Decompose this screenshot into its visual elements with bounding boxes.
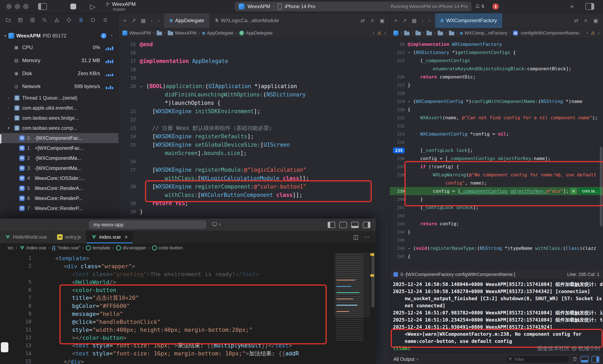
command-center[interactable]: my-weex-app xyxy=(89,221,206,229)
notifications-badge[interactable]: 5 xyxy=(475,0,484,13)
filter-input[interactable] xyxy=(507,356,569,363)
chevron-right-icon[interactable]: › xyxy=(8,116,12,121)
code-line[interactable]: 30} xyxy=(119,208,390,216)
stack-frame-row[interactable]: 4WeexCore::IOSSide::... xyxy=(0,173,118,183)
code-line[interactable]: 2<div class="wrapper"> xyxy=(0,262,334,270)
line-number[interactable]: 1 xyxy=(0,255,38,261)
stack-frame-row[interactable]: 7WeexCore::RenderP... xyxy=(0,203,118,213)
traffic-light-minimize-button[interactable] xyxy=(15,4,20,9)
toggle-secondary-sidebar-icon[interactable] xyxy=(363,222,370,228)
line-number[interactable]: 16 xyxy=(119,50,140,55)
breadcrumb-item[interactable]: div.wrapper xyxy=(116,245,146,251)
minimap-viewport[interactable] xyxy=(334,253,370,317)
code-line[interactable]: 1<template> xyxy=(0,254,334,262)
code-line[interactable]: withClass:[WXColorButtonComponent class]… xyxy=(119,191,390,199)
line-number[interactable]: 30 xyxy=(119,209,140,214)
line-number[interactable]: 15 xyxy=(119,42,140,47)
code-line[interactable]: 9message="hello" xyxy=(0,310,334,318)
breadcrumb-item[interactable]: color-button xyxy=(152,245,183,251)
breadcrumb-item[interactable] xyxy=(415,31,421,35)
breadcrumb-item[interactable]: index.vue xyxy=(20,245,46,251)
code-line[interactable]: 11style="width:400px; height:40px; margi… xyxy=(0,326,334,334)
stack-frame-row[interactable]: 6WeexCore::RenderP... xyxy=(0,193,118,203)
navigator-tab-grid[interactable] xyxy=(30,17,35,24)
line-number[interactable]: 5 xyxy=(0,279,38,285)
window-drag-handle[interactable] xyxy=(0,134,1,143)
close-split-icon[interactable]: × xyxy=(394,18,397,24)
code-line[interactable]: 243return config; xyxy=(390,220,603,228)
code-line[interactable]: 12></color-button> xyxy=(0,334,334,342)
clear-console-button[interactable] xyxy=(572,356,578,363)
adjust-editor-icon[interactable]: ≡ xyxy=(371,18,374,24)
code-line[interactable]: didFinishLaunchingWithOptions:(NSDiction… xyxy=(119,90,390,99)
swap-editor-icon[interactable]: ⇄ xyxy=(360,18,365,24)
next-issue-icon[interactable]: › xyxy=(384,30,386,36)
vscode-code-editor[interactable]: 1<template>2<div class="wrapper"><text c… xyxy=(0,253,334,364)
code-line[interactable]: 26 xyxy=(119,157,390,166)
line-number[interactable]: 246 xyxy=(390,246,408,251)
line-number[interactable]: 20 xyxy=(119,84,140,89)
forward-icon[interactable]: › xyxy=(429,17,430,24)
run-button[interactable]: ▷ xyxy=(90,0,95,13)
line-number[interactable]: 237 xyxy=(390,164,408,169)
editor-tab-wxcomponentfactory[interactable]: mWXComponentFactory xyxy=(435,13,502,28)
code-line[interactable]: 231WXAssert(name, @"Can not find config … xyxy=(390,114,603,122)
line-number[interactable]: 21 xyxy=(119,109,140,114)
line-number[interactable]: 27 xyxy=(119,167,140,173)
thread-row[interactable]: ▾com.taobao.weex.comp... xyxy=(0,123,118,133)
navigator-tab-issues[interactable] xyxy=(54,17,59,24)
code-line[interactable]: 27[WXSDKEngine registerModule:@"logicCal… xyxy=(119,166,390,174)
add-editor-button[interactable]: + xyxy=(570,0,574,13)
line-number[interactable]: 25 xyxy=(119,142,140,147)
gauge-row-cpu[interactable]: ▣CPU0% xyxy=(0,41,118,54)
toggle-panel-icon[interactable] xyxy=(351,222,359,228)
output-scope-selector[interactable]: All Output ∨ xyxy=(394,356,419,362)
code-line[interactable]: *)launchOptions { xyxy=(119,99,390,107)
line-number[interactable]: 59 xyxy=(390,42,408,47)
prev-issue-icon[interactable]: ‹ xyxy=(586,30,588,36)
toggle-navigator-button[interactable] xyxy=(38,0,47,13)
customize-layout-icon[interactable] xyxy=(339,222,347,228)
debug-console[interactable]: 2025-12-24 16:50:58.148046+0800 WeexAPM[… xyxy=(390,279,603,354)
code-line[interactable]: 239config = [_componentConfigs objectFor… xyxy=(390,187,603,195)
related-items-icon[interactable]: ▦ xyxy=(141,18,146,24)
code-line[interactable]: 15</div> xyxy=(0,357,334,364)
line-number[interactable]: 226 xyxy=(390,75,408,79)
stack-frame-row[interactable]: 5WeexCore::RenderA... xyxy=(0,183,118,193)
code-line[interactable]: 235[_configLock lock]; xyxy=(390,146,603,154)
line-number[interactable]: 11 xyxy=(0,327,38,333)
thread-row[interactable]: ›Thread 1 Queue:...(serial) xyxy=(0,93,118,103)
line-number[interactable]: 10 xyxy=(0,319,38,325)
code-line[interactable]: 240} xyxy=(390,195,603,203)
line-number[interactable]: 17 xyxy=(119,59,140,64)
code-line[interactable]: 21[WXSDKEngine initSDKEnvironment]; xyxy=(119,107,390,115)
editor-tab-appdelegate[interactable]: mAppDelegate xyxy=(164,13,210,28)
code-line[interactable]: 59@implementation WXComponentFactory xyxy=(390,40,603,48)
line-number[interactable]: 23 xyxy=(119,125,140,131)
line-number[interactable]: 244 xyxy=(390,230,408,234)
line-number[interactable]: 232 xyxy=(390,123,408,128)
navigator-tab-breakpoints[interactable] xyxy=(91,17,96,24)
vscode-tab-entry-js[interactable]: JSentry.js xyxy=(52,231,86,243)
line-number[interactable]: 229 xyxy=(390,99,408,104)
code-line[interactable]: 244} xyxy=(390,228,603,236)
prev-issue-icon[interactable]: ‹ xyxy=(373,30,374,36)
vscode-tab-helloworld-vue[interactable]: HelloWorld.vue xyxy=(0,231,52,243)
code-line[interactable]: 236config = [_componentConfigs objectFor… xyxy=(390,154,603,163)
minimap[interactable] xyxy=(334,253,370,364)
exec-menu-icon[interactable]: ≡ xyxy=(570,188,577,195)
gauge-row-disk[interactable]: ◉DiskZero KB/s xyxy=(0,67,118,80)
expand-icon[interactable]: ↗ xyxy=(131,18,136,24)
code-line[interactable]: 7title="点击计算10+20" xyxy=(0,294,334,302)
stack-frame-row[interactable]: 3-[WXComponentMa... xyxy=(0,163,118,173)
code-line[interactable]: 14<text style="font-size: 16px; margin-b… xyxy=(0,350,334,357)
code-line[interactable]: 19 xyxy=(119,74,390,82)
navigator-tab-search[interactable] xyxy=(42,17,47,24)
related-items-icon[interactable]: ▦ xyxy=(412,18,417,24)
thread-row[interactable]: ›com.taobao.weex.bridge... xyxy=(0,113,118,123)
line-number[interactable]: 9 xyxy=(0,311,38,317)
breadcrumb-item[interactable]: template xyxy=(86,245,110,251)
breadcrumb-item[interactable] xyxy=(449,31,454,35)
line-number[interactable]: 245 xyxy=(390,238,408,243)
stop-button[interactable] xyxy=(70,0,76,13)
